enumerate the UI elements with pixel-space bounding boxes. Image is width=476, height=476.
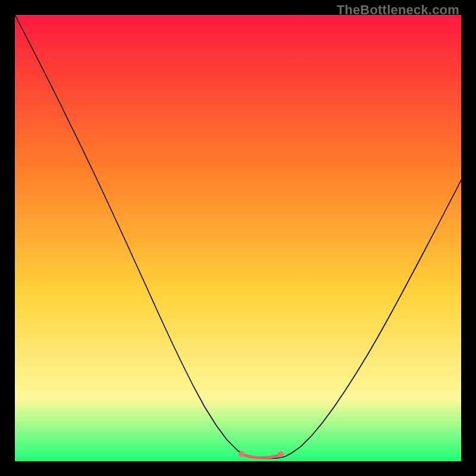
valley-marker-dot: [278, 452, 284, 458]
chart-frame: TheBottleneck.com: [0, 0, 476, 476]
gradient-background: [15, 15, 461, 461]
bottleneck-chart: [15, 15, 461, 461]
valley-marker-dot: [239, 451, 245, 457]
